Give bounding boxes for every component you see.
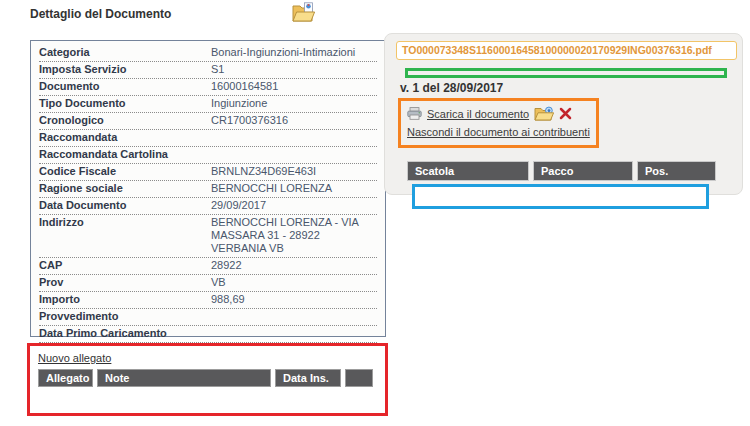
document-panel: TO000073348S11600016458100000020170929IN… [384, 33, 743, 195]
hide-document-link[interactable]: Nascondi il documento ai contribuenti [407, 126, 590, 138]
field-label: Raccomandata [39, 131, 211, 144]
field-row: IndirizzoBERNOCCHI LORENZA - VIA MASSARA… [39, 215, 377, 258]
field-row: Data Primo Caricamento [39, 326, 377, 343]
document-detail-table: CategoriaBonari-Ingiunzioni-IntimazioniI… [30, 40, 386, 337]
field-row: Raccomandata Cartolina [39, 147, 377, 164]
printer-icon[interactable] [407, 107, 422, 122]
new-attachment-link[interactable]: Nuovo allegato [38, 352, 111, 364]
delete-x-icon[interactable] [559, 107, 572, 122]
field-value: 28922 [211, 259, 377, 272]
field-label: Data Documento [39, 199, 211, 212]
field-label: Documento [39, 80, 211, 93]
annotation-red-box: Nuovo allegato AllegatoNoteData Ins. [27, 343, 388, 416]
download-document-link[interactable]: Scarica il documento [427, 108, 529, 120]
field-row: Codice FiscaleBRNLNZ34D69E463I [39, 164, 377, 181]
column-header [345, 369, 373, 387]
field-value: 16000164581 [211, 80, 377, 93]
page-title: Dettaglio del Documento [30, 7, 171, 21]
annotation-blue-box [412, 184, 709, 209]
folder-search-icon[interactable] [292, 2, 315, 22]
field-value: BERNOCCHI LORENZA [211, 182, 377, 195]
field-label: Data Primo Caricamento [39, 327, 211, 340]
field-row: CategoriaBonari-Ingiunzioni-Intimazioni [39, 45, 377, 62]
attachments-header-row: AllegatoNoteData Ins. [38, 369, 385, 387]
annotation-orange-box: Scarica il documento Nascondi il documen… [398, 98, 599, 148]
field-row: CAP28922 [39, 258, 377, 275]
field-row: Tipo DocumentoIngiunzione [39, 96, 377, 113]
column-header: Note [97, 369, 271, 387]
field-label: Tipo Documento [39, 97, 211, 110]
field-label: Cronologico [39, 114, 211, 127]
field-label: Raccomandata Cartolina [39, 148, 211, 161]
field-value: CR1700376316 [211, 114, 377, 127]
field-row: Importo988,69 [39, 292, 377, 309]
field-value: BRNLNZ34D69E463I [211, 165, 377, 178]
field-row: Ragione socialeBERNOCCHI LORENZA [39, 181, 377, 198]
field-label: Imposta Servizio [39, 63, 211, 76]
document-filename: TO000073348S11600016458100000020170929IN… [396, 41, 737, 60]
version-label: v. 1 del 28/09/2017 [400, 81, 503, 95]
field-label: CAP [39, 259, 211, 272]
field-row: Imposta ServizioS1 [39, 62, 377, 79]
column-header: Data Ins. [275, 369, 341, 387]
field-value: 988,69 [211, 293, 377, 306]
field-row: CronologicoCR1700376316 [39, 113, 377, 130]
field-row: Provvedimento [39, 309, 377, 326]
field-row: Raccomandata [39, 130, 377, 147]
field-label: Importo [39, 293, 211, 306]
field-value: VB [211, 276, 377, 289]
field-label: Indirizzo [39, 216, 211, 255]
field-row: Documento16000164581 [39, 79, 377, 96]
storage-header-row: ScatolaPaccoPos. [407, 161, 716, 181]
field-value [211, 148, 377, 161]
field-value: S1 [211, 63, 377, 76]
field-label: Categoria [39, 46, 211, 59]
folder-go-icon[interactable] [534, 105, 554, 123]
field-value [211, 327, 377, 340]
field-value [211, 131, 377, 144]
field-value: BERNOCCHI LORENZA - VIA MASSARA 31 - 289… [211, 216, 377, 255]
field-value: Bonari-Ingiunzioni-Intimazioni [211, 46, 377, 59]
column-header: Allegato [38, 369, 93, 387]
field-label: Ragione sociale [39, 182, 211, 195]
field-row: ProvVB [39, 275, 377, 292]
field-value: 29/09/2017 [211, 199, 377, 212]
field-value [211, 310, 377, 323]
field-row: Data Documento29/09/2017 [39, 198, 377, 215]
annotation-green-box [405, 68, 727, 78]
column-header: Pos. [637, 161, 716, 181]
field-label: Prov [39, 276, 211, 289]
field-label: Codice Fiscale [39, 165, 211, 178]
column-header: Pacco [533, 161, 633, 181]
column-header: Scatola [407, 161, 529, 181]
field-value: Ingiunzione [211, 97, 377, 110]
field-label: Provvedimento [39, 310, 211, 323]
